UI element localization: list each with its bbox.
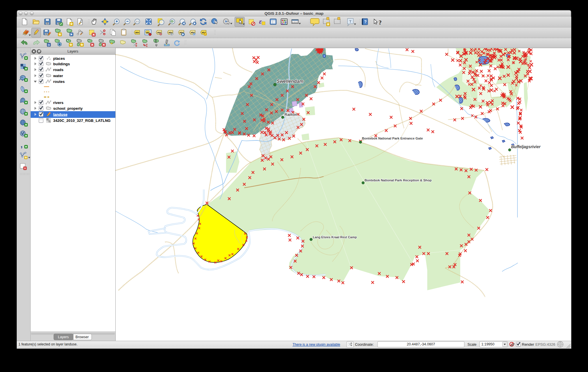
svg-text:1 feature(s) selected on layer: 1 feature(s) selected on layer landuse. <box>19 342 77 346</box>
svg-text:,: , <box>21 140 23 149</box>
svg-text:EPSG:4326: EPSG:4326 <box>535 342 555 347</box>
svg-text:There is a new plugin availabl: There is a new plugin available <box>293 343 340 347</box>
svg-text:QGIS 2.0.1–Dufour – basic_map: QGIS 2.0.1–Dufour – basic_map <box>265 11 323 16</box>
svg-text:1:1: 1:1 <box>136 21 139 23</box>
svg-text:Lang Elsies Kraal Rest Camp: Lang Elsies Kraal Rest Camp <box>313 235 357 239</box>
svg-text:Bontebok National Park Recepti: Bontebok National Park Reception & Shop <box>365 178 432 182</box>
svg-text:Railton: Railton <box>284 112 297 117</box>
svg-text:Scale: Scale <box>467 343 476 347</box>
svg-text:school_property: school_property <box>53 106 83 111</box>
svg-text:?: ? <box>364 19 367 24</box>
svg-text:Browser: Browser <box>75 335 89 339</box>
svg-text:i: i <box>214 19 215 23</box>
svg-text:Buffeljagsrivier: Buffeljagsrivier <box>511 144 541 149</box>
svg-text:3420C_2010_327_RGB_LATLNG: 3420C_2010_327_RGB_LATLNG <box>53 118 110 123</box>
svg-text:ε: ε <box>259 18 262 25</box>
svg-text:places: places <box>53 56 65 61</box>
svg-text:ab: ab <box>146 31 149 34</box>
svg-text:buildings: buildings <box>53 62 70 66</box>
svg-text:20.4487,-34.0607: 20.4487,-34.0607 <box>407 342 435 346</box>
svg-text:T: T <box>349 19 352 23</box>
svg-text:Coordinate:: Coordinate: <box>355 343 374 347</box>
svg-text:1:19950: 1:19950 <box>481 342 494 346</box>
svg-text:rivers: rivers <box>53 101 63 105</box>
svg-text:water: water <box>53 74 63 78</box>
svg-text:Layers: Layers <box>67 49 78 53</box>
svg-text:Swellendam: Swellendam <box>277 79 303 84</box>
svg-text:routes: routes <box>53 79 65 84</box>
svg-text:Layers: Layers <box>58 335 69 339</box>
svg-text:abc: abc <box>135 31 139 34</box>
svg-text:Render: Render <box>522 342 534 347</box>
svg-text:?: ? <box>379 19 382 26</box>
svg-text:roads: roads <box>53 68 63 72</box>
svg-text:Bontebok National Park Entranc: Bontebok National Park Entrance Gate <box>362 137 423 140</box>
svg-text:landuse: landuse <box>53 112 67 117</box>
